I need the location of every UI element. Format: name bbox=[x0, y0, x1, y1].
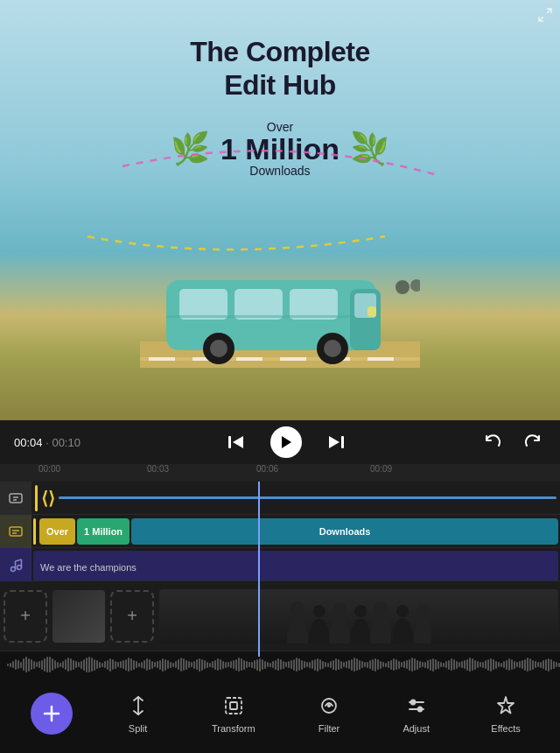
bracket-left: ⟨ bbox=[41, 488, 48, 509]
subtitle-chip-over: Over bbox=[39, 518, 75, 545]
svg-rect-4 bbox=[236, 357, 262, 361]
preview-title: The Complete Edit Hub bbox=[0, 0, 560, 102]
text-track-row: ⟨ ⟩ bbox=[0, 482, 560, 515]
filter-label: Filter bbox=[318, 723, 340, 734]
adjust-icon bbox=[404, 693, 429, 718]
svg-rect-11 bbox=[234, 289, 283, 320]
laurel-left-icon: 🌿 bbox=[171, 130, 210, 167]
time-current: 00:04 bbox=[14, 436, 43, 449]
skip-forward-button[interactable] bbox=[323, 429, 349, 455]
svg-rect-19 bbox=[368, 306, 376, 317]
transport-right bbox=[480, 429, 546, 455]
split-icon bbox=[126, 693, 150, 718]
svg-rect-10 bbox=[179, 289, 228, 320]
transform-icon bbox=[221, 693, 246, 718]
svg-rect-2 bbox=[149, 357, 175, 361]
effects-button[interactable]: Effects bbox=[482, 686, 528, 741]
add-clip-button-1[interactable]: + bbox=[4, 590, 47, 643]
lyrics-text: We are the champions bbox=[40, 562, 136, 573]
video-track-row[interactable]: + + bbox=[0, 581, 560, 651]
lyrics-track-icon bbox=[0, 548, 32, 581]
effects-label: Effects bbox=[491, 723, 520, 734]
ruler-mark-0: 00:00 bbox=[38, 464, 60, 474]
subtitle-chip-downloads: Downloads bbox=[131, 518, 558, 545]
svg-point-50 bbox=[393, 618, 412, 644]
lyrics-track-row: We are the champions bbox=[0, 548, 560, 581]
add-main-button[interactable] bbox=[31, 693, 73, 735]
undo-button[interactable] bbox=[480, 429, 506, 455]
play-button[interactable] bbox=[270, 426, 302, 458]
split-label: Split bbox=[129, 723, 147, 734]
ruler-marks: 00:00 00:03 00:06 00:09 bbox=[7, 464, 553, 482]
text-track-content[interactable]: ⟨ ⟩ bbox=[32, 482, 560, 514]
svg-line-39 bbox=[16, 559, 22, 561]
svg-point-63 bbox=[410, 700, 415, 705]
svg-point-47 bbox=[354, 605, 367, 617]
time-display: 00:04 · 00:10 bbox=[14, 436, 93, 449]
filter-icon bbox=[317, 693, 341, 718]
badge-text: Over 1 Million Downloads bbox=[220, 120, 340, 178]
tracks-container: ⟨ ⟩ Over bbox=[0, 482, 560, 651]
subtitle-track-icon bbox=[0, 515, 32, 548]
timeline-section: 00:00 00:03 00:06 00:09 bbox=[0, 464, 560, 678]
svg-point-60 bbox=[327, 704, 331, 707]
bracket-right: ⟩ bbox=[48, 488, 55, 509]
time-total: · 00:10 bbox=[46, 436, 80, 449]
lyrics-track-content[interactable]: We are the champions bbox=[32, 548, 560, 581]
text-track-icon bbox=[0, 482, 32, 515]
editor-area: 00:04 · 00:10 bbox=[0, 420, 560, 753]
svg-point-46 bbox=[351, 618, 370, 644]
svg-point-43 bbox=[313, 605, 326, 617]
svg-rect-58 bbox=[230, 702, 237, 709]
expand-icon[interactable] bbox=[537, 7, 553, 25]
svg-point-15 bbox=[210, 340, 228, 357]
adjust-button[interactable]: Adjust bbox=[394, 686, 438, 741]
svg-rect-27 bbox=[341, 436, 344, 448]
preview-area: The Complete Edit Hub 🌿 Over 1 Million D… bbox=[0, 0, 560, 420]
van-illustration bbox=[140, 228, 420, 368]
svg-point-48 bbox=[370, 616, 391, 644]
video-thumbnail-1 bbox=[52, 590, 105, 643]
timeline-ruler: 00:00 00:03 00:06 00:09 bbox=[0, 464, 560, 482]
svg-point-49 bbox=[374, 602, 388, 616]
svg-rect-24 bbox=[228, 436, 231, 448]
video-thumbnail-people bbox=[159, 589, 558, 644]
laurel-right-icon: 🌿 bbox=[350, 130, 389, 167]
transform-label: Transform bbox=[212, 723, 256, 734]
transport-controls bbox=[93, 426, 480, 458]
add-clip-button-2[interactable]: + bbox=[110, 590, 154, 643]
svg-point-20 bbox=[396, 280, 410, 294]
ruler-mark-3: 00:09 bbox=[370, 464, 392, 474]
svg-point-53 bbox=[416, 604, 429, 616]
svg-rect-18 bbox=[166, 315, 350, 318]
transform-button[interactable]: Transform bbox=[203, 686, 264, 741]
badge-million: 1 Million bbox=[220, 134, 340, 164]
svg-marker-26 bbox=[282, 436, 291, 448]
svg-point-45 bbox=[332, 602, 346, 616]
subtitle-track-row: Over 1 Million Downloads bbox=[0, 515, 560, 548]
svg-point-51 bbox=[396, 605, 409, 617]
badge-area: 🌿 Over 1 Million Downloads 🌿 bbox=[0, 120, 560, 178]
subtitle-track-content[interactable]: Over 1 Million Downloads bbox=[32, 515, 560, 547]
ruler-mark-2: 00:06 bbox=[256, 464, 278, 474]
svg-point-17 bbox=[324, 340, 341, 357]
svg-point-44 bbox=[329, 616, 350, 644]
svg-rect-57 bbox=[226, 698, 242, 714]
skip-back-button[interactable] bbox=[223, 429, 249, 455]
effects-icon bbox=[494, 693, 518, 718]
filter-button[interactable]: Filter bbox=[308, 686, 350, 741]
video-track-content: + + bbox=[0, 581, 560, 651]
subtitle-chip-million: 1 Million bbox=[77, 518, 130, 545]
split-button[interactable]: Split bbox=[117, 686, 159, 741]
bottom-toolbar: Split Transform Filter bbox=[0, 674, 560, 753]
svg-rect-5 bbox=[280, 357, 306, 361]
waveform bbox=[7, 656, 553, 673]
svg-rect-12 bbox=[290, 289, 338, 320]
svg-point-42 bbox=[310, 618, 329, 644]
redo-button[interactable] bbox=[520, 429, 546, 455]
svg-point-40 bbox=[287, 616, 308, 644]
transport-bar: 00:04 · 00:10 bbox=[0, 420, 560, 464]
svg-point-64 bbox=[417, 707, 422, 712]
svg-rect-29 bbox=[10, 494, 22, 503]
svg-point-52 bbox=[414, 617, 431, 644]
